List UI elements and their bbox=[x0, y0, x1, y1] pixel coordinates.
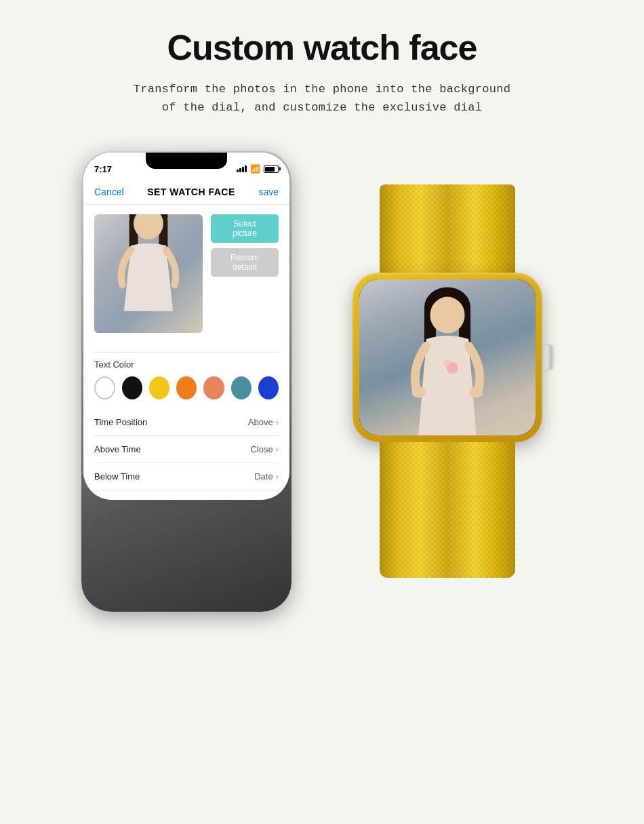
wifi-icon: 📶 bbox=[250, 164, 260, 174]
select-picture-button[interactable]: Select picture bbox=[211, 214, 279, 243]
above-time-label: Above Time bbox=[94, 444, 141, 454]
photo-buttons: Select picture Restore default bbox=[211, 214, 279, 332]
svg-point-18 bbox=[443, 359, 451, 367]
time-position-row[interactable]: Time Position Above › bbox=[94, 409, 279, 436]
signal-bar-4 bbox=[245, 165, 247, 172]
band-mesh-top bbox=[380, 184, 515, 273]
signal-bar-2 bbox=[239, 168, 241, 172]
time-position-value: Above › bbox=[248, 417, 279, 427]
color-teal[interactable] bbox=[231, 376, 251, 399]
below-time-label: Below Time bbox=[94, 471, 140, 482]
watch-crown bbox=[542, 345, 552, 370]
svg-point-20 bbox=[470, 387, 483, 398]
chevron-icon-2: › bbox=[276, 444, 279, 454]
battery-fill bbox=[265, 167, 275, 172]
color-black[interactable] bbox=[122, 376, 142, 399]
phone-app-header: Cancel SET WATCH FACE save bbox=[83, 182, 289, 205]
watch-screen bbox=[359, 279, 536, 435]
svg-point-16 bbox=[430, 297, 464, 334]
chevron-icon: › bbox=[276, 417, 279, 427]
watch-mockup bbox=[332, 184, 563, 578]
color-salmon[interactable] bbox=[203, 376, 224, 399]
watch-band-top bbox=[380, 184, 515, 273]
signal-bar-1 bbox=[237, 170, 239, 172]
page-title: Custom watch face bbox=[167, 27, 477, 68]
phone-inner: 7:17 📶 bbox=[83, 153, 289, 500]
above-time-row[interactable]: Above Time Close › bbox=[94, 436, 279, 463]
time-position-label: Time Position bbox=[94, 417, 147, 427]
save-button[interactable]: save bbox=[258, 187, 279, 197]
person-silhouette-phone bbox=[98, 214, 199, 333]
chevron-icon-3: › bbox=[276, 471, 279, 482]
phone-outer: 7:17 📶 bbox=[81, 151, 291, 612]
svg-point-19 bbox=[411, 387, 425, 398]
phone-content: Select picture Restore default Text Colo… bbox=[83, 205, 289, 500]
signal-bar-3 bbox=[242, 167, 244, 172]
svg-rect-6 bbox=[380, 184, 515, 273]
watch-band-bottom bbox=[380, 442, 515, 578]
phone-mockup: 7:17 📶 bbox=[81, 151, 291, 612]
watch-screen-photo bbox=[359, 279, 536, 435]
above-time-value: Close › bbox=[250, 444, 279, 454]
restore-default-button[interactable]: Restore default bbox=[211, 248, 279, 277]
below-time-value: Date › bbox=[254, 471, 279, 482]
screen-title: SET WATCH FACE bbox=[147, 187, 235, 197]
signal-bars-icon bbox=[237, 165, 247, 172]
divider-1 bbox=[94, 352, 279, 353]
phone-status-bar: 7:17 📶 bbox=[83, 153, 289, 182]
color-row bbox=[94, 376, 279, 399]
color-white[interactable] bbox=[94, 376, 115, 399]
photo-preview bbox=[94, 214, 203, 333]
phone-notch bbox=[146, 153, 227, 169]
person-silhouette-watch bbox=[380, 286, 515, 435]
cancel-button[interactable]: Cancel bbox=[94, 187, 124, 197]
phone-status-icons: 📶 bbox=[237, 164, 279, 174]
color-orange[interactable] bbox=[176, 376, 197, 399]
color-blue[interactable] bbox=[258, 376, 279, 399]
svg-point-3 bbox=[134, 214, 163, 239]
text-color-label: Text Color bbox=[94, 359, 279, 370]
battery-icon bbox=[264, 165, 279, 173]
phone-clock: 7:17 bbox=[94, 164, 112, 174]
band-mesh-bottom bbox=[380, 442, 515, 578]
watch-case bbox=[353, 273, 542, 442]
color-yellow[interactable] bbox=[149, 376, 169, 399]
below-time-row[interactable]: Below Time Date › bbox=[94, 463, 279, 490]
devices-row: 7:17 📶 bbox=[20, 151, 624, 612]
page-subtitle: Transform the photos in the phone into t… bbox=[134, 80, 511, 117]
photo-area: Select picture Restore default bbox=[94, 214, 279, 341]
